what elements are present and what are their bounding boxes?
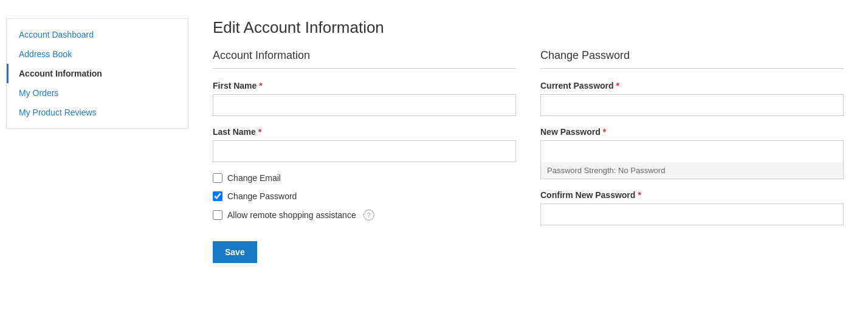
sidebar-item-account-information[interactable]: Account Information <box>7 64 188 83</box>
first-name-input[interactable] <box>213 94 516 116</box>
new-password-input[interactable] <box>540 140 844 162</box>
last-name-label: Last Name* <box>213 127 516 137</box>
confirm-password-label: Confirm New Password* <box>540 190 844 200</box>
first-name-required: * <box>259 81 262 91</box>
allow-remote-row: Allow remote shopping assistance ? <box>213 210 516 221</box>
change-password-row: Change Password <box>213 191 516 201</box>
page-title: Edit Account Information <box>213 18 844 37</box>
change-email-checkbox[interactable] <box>213 173 222 183</box>
allow-remote-checkbox[interactable] <box>213 210 222 220</box>
current-password-required: * <box>616 81 619 91</box>
current-password-group: Current Password* <box>540 81 844 116</box>
new-password-group: New Password* Password Strength: No Pass… <box>540 127 844 179</box>
confirm-password-required: * <box>638 190 641 200</box>
first-name-label: First Name* <box>213 81 516 91</box>
last-name-input[interactable] <box>213 140 516 162</box>
last-name-group: Last Name* <box>213 127 516 162</box>
new-password-required: * <box>603 127 606 137</box>
change-password-section: Change Password Current Password* New Pa… <box>540 49 844 263</box>
allow-remote-label[interactable]: Allow remote shopping assistance <box>227 210 356 220</box>
sidebar-item-address-book[interactable]: Address Book <box>7 44 188 64</box>
change-password-section-title: Change Password <box>540 49 844 69</box>
current-password-input[interactable] <box>540 94 844 116</box>
change-password-checkbox[interactable] <box>213 191 222 201</box>
help-icon[interactable]: ? <box>363 210 374 221</box>
sidebar-item-my-product-reviews[interactable]: My Product Reviews <box>7 103 188 122</box>
account-info-section: Account Information First Name* Last Nam… <box>213 49 516 263</box>
save-button[interactable]: Save <box>213 241 257 263</box>
last-name-required: * <box>258 127 261 137</box>
sidebar: Account Dashboard Address Book Account I… <box>6 18 188 129</box>
sidebar-item-my-orders[interactable]: My Orders <box>7 83 188 103</box>
sidebar-item-account-dashboard[interactable]: Account Dashboard <box>7 25 188 44</box>
password-strength: Password Strength: No Password <box>540 162 844 179</box>
first-name-group: First Name* <box>213 81 516 116</box>
main-content: Edit Account Information Account Informa… <box>188 12 868 313</box>
confirm-password-group: Confirm New Password* <box>540 190 844 225</box>
change-password-label[interactable]: Change Password <box>227 191 297 201</box>
new-password-label: New Password* <box>540 127 844 137</box>
confirm-password-input[interactable] <box>540 204 844 225</box>
change-email-row: Change Email <box>213 173 516 183</box>
account-info-section-title: Account Information <box>213 49 516 69</box>
change-email-label[interactable]: Change Email <box>227 173 281 183</box>
current-password-label: Current Password* <box>540 81 844 91</box>
